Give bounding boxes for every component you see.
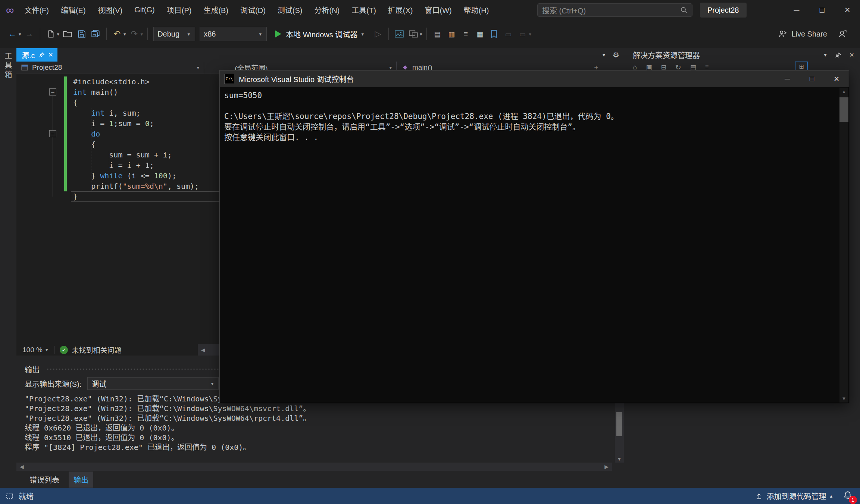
chevron-up-icon: ▴ [830,493,832,499]
scroll-down-icon[interactable]: ▼ [615,456,624,462]
scroll-down-icon[interactable]: ▼ [839,396,848,401]
column-layout-icon[interactable]: ▤ [431,27,444,41]
minimize-icon[interactable]: ─ [775,71,800,87]
tool-window-tab-inactive[interactable]: 错误列表 [25,472,64,488]
maximize-icon[interactable]: □ [800,71,824,87]
menu-item[interactable]: 工具(T) [345,0,382,20]
code-health-indicator[interactable]: ✓ 未找到相关问题 [60,345,121,355]
undo-dropdown-icon[interactable]: ▾ [123,31,126,37]
menu-item[interactable]: 分析(N) [309,0,346,20]
output-source-dropdown[interactable]: 调试 ▾ [87,377,219,390]
fold-minus-icon[interactable]: – [49,88,56,96]
code-line[interactable]: { [73,97,199,108]
comment-icon[interactable]: ▭ [502,27,515,41]
close-icon[interactable]: × [835,0,860,20]
code-line[interactable]: printf("sum=%d\n", sum); [73,181,199,191]
active-files-dropdown-icon[interactable]: ▾ [603,52,605,58]
menu-item[interactable]: Git(G) [128,0,160,20]
project-dropdown[interactable]: Project28 ▾ [16,62,204,73]
menu-item[interactable]: 生成(B) [197,0,234,20]
background-tasks-icon[interactable] [6,492,13,500]
code-line[interactable]: } while (i <= 100); [73,170,199,181]
nav-back-icon[interactable]: ← [6,27,19,41]
new-file-dropdown-icon[interactable]: ▾ [57,31,60,37]
screenshot-icon[interactable] [393,27,406,41]
bookmark-icon[interactable] [488,27,500,41]
line-spacing-icon[interactable]: ≡ [459,27,472,41]
image-preview-dropdown-icon[interactable]: ▾ [420,31,422,37]
publish-icon [755,492,763,500]
code-lines[interactable]: #include<stdio.h>int main(){ int i, sum;… [73,76,199,202]
menu-item[interactable]: 扩展(X) [382,0,419,20]
maximize-icon[interactable]: □ [809,0,835,20]
nav-back-dropdown-icon[interactable]: ▾ [19,31,21,37]
pin-icon[interactable] [39,52,45,58]
menu-item[interactable]: 窗口(W) [419,0,457,20]
menu-item[interactable]: 帮助(H) [458,0,495,20]
menu-item[interactable]: 文件(F) [18,0,55,20]
code-token [73,129,91,138]
structure-visualizer-icon[interactable]: ▥ [445,27,458,41]
image-preview-icon[interactable] [407,27,420,41]
menu-item[interactable]: 视图(V) [92,0,129,20]
save-all-icon[interactable] [90,27,102,41]
code-token: (i <= [122,171,154,180]
scrollbar-thumb[interactable] [839,97,848,122]
save-icon[interactable] [75,27,88,41]
tool-window-tab-active[interactable]: 输出 [69,472,93,488]
live-share-button[interactable]: Live Share [778,29,827,39]
open-folder-icon[interactable] [61,27,74,41]
search-input[interactable]: 搜索 (Ctrl+Q) [537,3,692,17]
code-line[interactable]: i = i + 1; [73,160,199,170]
fold-minus-icon[interactable]: – [49,130,56,137]
feedback-icon[interactable] [838,29,847,39]
word-wrap-icon[interactable]: ▦ [473,27,486,41]
menu-item[interactable]: 测试(S) [272,0,309,20]
close-icon[interactable]: × [850,50,854,59]
solution-platform-dropdown[interactable]: x86 ▾ [200,27,267,41]
code-line[interactable]: { [73,139,199,150]
nav-forward-icon[interactable]: → [23,27,36,41]
pin-icon[interactable] [835,52,841,58]
scrollbar-thumb[interactable] [616,412,622,436]
code-line[interactable]: int i, sum; [73,108,199,118]
debug-console-window[interactable]: C:\ Microsoft Visual Studio 调试控制台 ─ □ × … [219,70,849,403]
code-line[interactable]: #include<stdio.h> [73,76,199,87]
redo-dropdown-icon[interactable]: ▾ [141,31,143,37]
menu-item[interactable]: 编辑(E) [55,0,92,20]
close-icon[interactable]: × [824,71,849,87]
start-without-debug-icon[interactable]: ▷ [372,27,384,41]
console-output[interactable]: sum=5050 C:\Users\王斯熠\source\repos\Proje… [220,87,839,403]
menu-item[interactable]: 调试(D) [234,0,272,20]
console-scrollbar[interactable]: ▲ ▼ [839,88,848,403]
code-line[interactable]: do [73,129,199,139]
code-line[interactable]: } [73,191,199,202]
uncomment-icon[interactable]: ▭ [516,27,529,41]
scroll-left-icon[interactable]: ◀ [198,347,209,353]
properties-icon[interactable]: ≡ [705,63,709,71]
chevron-down-icon[interactable]: ▾ [824,51,827,58]
solution-config-dropdown[interactable]: Debug ▾ [153,27,195,41]
zoom-dropdown[interactable]: 100 % ▾ [16,346,54,354]
toolbox-tab[interactable]: 工具箱 [3,52,13,80]
start-debug-button[interactable]: 本地 Windows 调试器 ▾ [270,27,369,41]
scroll-right-icon[interactable]: ▶ [601,464,612,470]
minimize-icon[interactable]: ─ [784,0,809,20]
new-file-icon[interactable] [44,27,57,41]
menu-item[interactable]: 项目(P) [161,0,198,20]
add-to-source-control-button[interactable]: 添加到源代码管理 ▴ [755,491,832,501]
undo-icon[interactable]: ↶ [111,27,123,41]
notifications-button[interactable]: 1 [843,491,854,502]
scroll-up-icon[interactable]: ▲ [839,89,848,94]
code-line[interactable]: i = 1;sum = 0; [73,118,199,129]
redo-icon[interactable]: ↷ [128,27,141,41]
close-icon[interactable]: × [49,50,53,60]
output-hscrollbar[interactable]: ◀ ▶ [16,463,612,471]
document-tab[interactable]: 源.c × [16,48,57,62]
console-titlebar[interactable]: C:\ Microsoft Visual Studio 调试控制台 ─ □ × [220,71,849,87]
scroll-left-icon[interactable]: ◀ [16,464,27,470]
gear-icon[interactable]: ⚙ [613,50,619,59]
code-line[interactable]: int main() [73,87,199,97]
toolbar-overflow-icon[interactable]: ▾ [529,31,531,37]
code-line[interactable]: sum = sum + i; [73,150,199,160]
